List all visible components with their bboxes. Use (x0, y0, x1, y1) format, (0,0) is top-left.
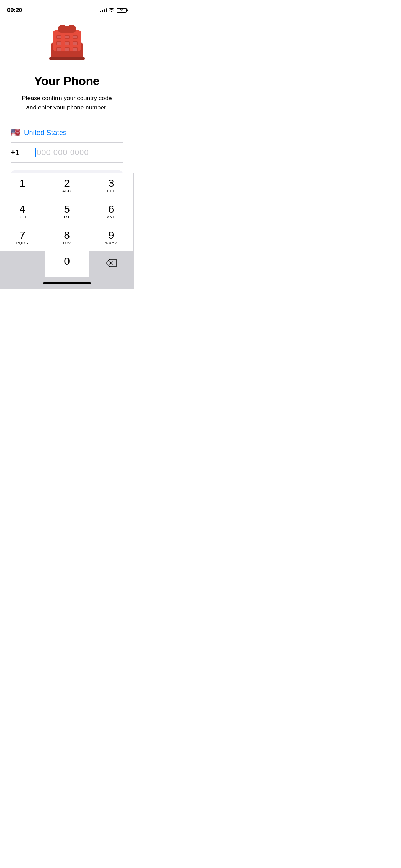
signal-icon (100, 8, 107, 12)
svg-rect-4 (69, 25, 74, 29)
main-content: Your Phone Please confirm your country c… (0, 16, 134, 191)
key-8[interactable]: 8 TUV (45, 225, 89, 251)
key-7[interactable]: 7 PQRS (0, 225, 45, 251)
key-9[interactable]: 9 WXYZ (89, 225, 133, 251)
svg-rect-22 (73, 48, 77, 51)
svg-rect-15 (65, 36, 69, 38)
battery-icon: 84 (117, 8, 127, 13)
svg-rect-17 (57, 42, 61, 45)
country-flag: 🇺🇸 (11, 128, 20, 137)
key-5[interactable]: 5 JKL (45, 199, 89, 225)
svg-rect-14 (57, 36, 61, 38)
key-empty (0, 251, 45, 277)
key-backspace[interactable] (89, 251, 133, 277)
input-divider (31, 148, 31, 157)
svg-rect-19 (73, 42, 77, 45)
svg-rect-18 (65, 42, 69, 45)
home-indicator (43, 282, 91, 284)
country-name: United States (24, 129, 67, 137)
country-selector[interactable]: 🇺🇸 United States (11, 123, 123, 142)
key-4[interactable]: 4 GHI (0, 199, 45, 225)
phone-input-row[interactable]: +1 000 000 0000 (11, 143, 123, 163)
page-subtitle: Please confirm your country codeand ente… (22, 94, 112, 112)
key-3[interactable]: 3 DEF (89, 173, 133, 199)
page-title: Your Phone (34, 74, 99, 88)
key-6[interactable]: 6 MNO (89, 199, 133, 225)
phone-placeholder: 000 000 0000 (37, 148, 89, 157)
keypad: 1 2 ABC 3 DEF 4 GHI 5 JKL 6 MNO 7 PQRS (0, 173, 134, 289)
status-icons: 84 (100, 8, 127, 13)
svg-rect-3 (60, 25, 65, 29)
cursor (35, 148, 36, 157)
keypad-grid: 1 2 ABC 3 DEF 4 GHI 5 JKL 6 MNO 7 PQRS (0, 173, 133, 277)
phone-emoji (46, 23, 88, 67)
svg-rect-21 (65, 48, 69, 51)
key-1[interactable]: 1 (0, 173, 45, 199)
wifi-icon (109, 8, 114, 13)
key-0[interactable]: 0 (45, 251, 89, 277)
country-code: +1 (11, 148, 25, 157)
status-bar: 09:20 84 (0, 0, 134, 16)
status-time: 09:20 (7, 7, 22, 14)
svg-rect-23 (49, 57, 85, 60)
backspace-icon (106, 259, 117, 269)
svg-rect-16 (73, 36, 77, 38)
svg-rect-20 (57, 48, 61, 51)
key-2[interactable]: 2 ABC (45, 173, 89, 199)
